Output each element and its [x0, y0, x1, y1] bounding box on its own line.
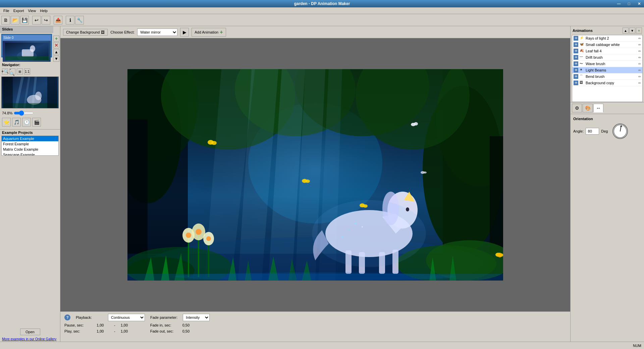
slide-0[interactable]: Slide 0: [1, 34, 52, 57]
anim-eye-light-beams[interactable]: 👁: [574, 68, 578, 72]
video-button[interactable]: 🎬: [32, 118, 41, 127]
favorites-button[interactable]: ⭐: [2, 118, 11, 127]
canvas-area: Change Background 🖼 Choose Effect: Water…: [60, 26, 570, 342]
menu-view[interactable]: View: [26, 8, 38, 13]
anim-eye-rays[interactable]: 👁: [574, 36, 578, 41]
anim-edit-wave[interactable]: ✏: [638, 62, 641, 66]
anim-add-button[interactable]: +: [636, 28, 642, 34]
svg-rect-40: [208, 240, 209, 277]
svg-point-91: [414, 122, 418, 126]
pause-dash: -: [114, 323, 115, 327]
menu-help[interactable]: Help: [38, 8, 50, 13]
animations-label: Animations: [573, 29, 593, 33]
effect-dropdown[interactable]: Water mirror Rain Snow Fire Fog None: [137, 29, 177, 36]
ratio-button[interactable]: 1:1: [24, 68, 30, 74]
anim-eye-leaf[interactable]: 👁: [574, 49, 578, 53]
svg-point-77: [305, 180, 310, 183]
navigator-preview: [1, 77, 59, 108]
add-animation-button[interactable]: Add Animation +: [192, 28, 226, 37]
example-item-aquarium[interactable]: Aquarium Example: [2, 136, 58, 141]
anim-item-leaf[interactable]: 👁 🍂 Leaf fall 4 ✏: [572, 48, 642, 54]
settings-button[interactable]: 🔧: [75, 16, 84, 24]
open-button[interactable]: 📂: [11, 16, 19, 24]
svg-point-73: [341, 236, 343, 238]
fit-button[interactable]: ⊞: [17, 68, 23, 74]
example-item-forest[interactable]: Forest Example: [2, 141, 58, 147]
new-button[interactable]: 🗎: [1, 16, 10, 24]
info-button[interactable]: ℹ: [66, 16, 74, 24]
anim-name-light-beams: Light Beams: [586, 68, 637, 72]
anim-item-wave[interactable]: 👁 〜 Wave brush ✏: [572, 61, 642, 67]
export-button[interactable]: 📤: [54, 16, 62, 24]
undo-button[interactable]: ↩: [32, 16, 41, 24]
zoom-out-button[interactable]: -🔍: [9, 68, 15, 74]
play-from: 1,00: [97, 329, 109, 333]
navigator-section-label: Navigator:: [0, 62, 60, 68]
more-examples-link[interactable]: More examples in our Online Gallery: [0, 337, 60, 342]
anim-edit-cabbage[interactable]: ✏: [638, 43, 641, 47]
playback-label: Playback:: [76, 315, 103, 319]
redo-button[interactable]: ↪: [42, 16, 50, 24]
anim-eye-drift[interactable]: 👁: [574, 55, 578, 60]
anim-name-cabbage: Small cabbage white: [586, 43, 637, 47]
example-list: Aquarium Example Forest Example Matrix C…: [1, 136, 59, 327]
angle-input[interactable]: [586, 128, 599, 135]
fade-dropdown[interactable]: Intensity Opacity: [183, 314, 210, 321]
orientation-title: Orientation: [573, 117, 641, 121]
play-to: 1,00: [121, 329, 133, 333]
menu-file[interactable]: File: [1, 8, 11, 13]
slide-down-button[interactable]: ▼: [53, 56, 59, 62]
anim-eye-bend[interactable]: 👁: [574, 74, 578, 79]
slide-remove-button[interactable]: ✕: [53, 42, 59, 48]
tab-settings[interactable]: ⚙: [572, 104, 582, 112]
anim-item-cabbage[interactable]: 👁 🦋 Small cabbage white ✏: [572, 42, 642, 48]
tab-color[interactable]: 🎨: [583, 104, 593, 112]
maximize-button[interactable]: □: [624, 0, 634, 7]
zoom-slider[interactable]: [14, 111, 34, 115]
anim-icon-cabbage: 🦋: [580, 42, 584, 47]
anim-edit-bend[interactable]: ✏: [638, 75, 641, 79]
minimize-button[interactable]: —: [614, 0, 624, 7]
svg-point-94: [497, 253, 502, 257]
svg-point-72: [362, 226, 363, 228]
clock-button[interactable]: 🕐: [22, 118, 31, 127]
music-button[interactable]: 🎵: [12, 118, 21, 127]
example-item-matrix[interactable]: Matrix Code Example: [2, 147, 58, 152]
angle-label: Angle:: [573, 129, 584, 133]
anim-item-bg-copy[interactable]: 👁 🖼 Background copy ✏: [572, 80, 642, 86]
close-button[interactable]: ✕: [634, 0, 644, 7]
tab-orientation[interactable]: ↔: [593, 104, 603, 112]
svg-point-44: [186, 233, 191, 238]
slide-up-button[interactable]: ▲: [53, 49, 59, 55]
effect-apply-button[interactable]: ▶: [180, 28, 189, 37]
playback-dropdown[interactable]: Continuous Once Ping-pong: [108, 314, 145, 321]
anim-item-light-beams[interactable]: 👁 ☀ Light Beams ✏: [572, 67, 642, 73]
slide-add-button[interactable]: +: [53, 36, 59, 42]
anim-item-drift[interactable]: 👁 〰 Drift brush ✏: [572, 54, 642, 61]
zoom-in-button[interactable]: +🔍: [2, 68, 8, 74]
angle-dial[interactable]: [612, 123, 628, 139]
anim-item-rays[interactable]: 👁 ⚡ Rays of light 2 ✏: [572, 35, 642, 42]
anim-edit-drift[interactable]: ✏: [638, 56, 641, 59]
anim-icon-drift: 〰: [580, 55, 584, 60]
svg-point-93: [423, 171, 427, 173]
anim-edit-leaf[interactable]: ✏: [638, 49, 641, 53]
help-button[interactable]: ?: [64, 314, 70, 320]
menu-export[interactable]: Export: [11, 8, 26, 13]
anim-eye-bg-copy[interactable]: 👁: [574, 81, 578, 85]
anim-item-bend[interactable]: 👁 ⌒ Bend brush ✏: [572, 73, 642, 80]
change-background-button[interactable]: Change Background 🖼: [63, 29, 108, 36]
example-item-seascape[interactable]: Seascape Example: [2, 152, 58, 156]
open-button[interactable]: Open: [20, 329, 40, 335]
anim-eye-wave[interactable]: 👁: [574, 61, 578, 66]
anim-edit-rays[interactable]: ✏: [638, 37, 641, 40]
menubar: File Export View Help: [0, 7, 644, 14]
save-button[interactable]: 💾: [20, 16, 29, 24]
slides-label: Slides: [2, 27, 13, 31]
anim-down-button[interactable]: ▼: [629, 28, 635, 34]
canvas-container[interactable]: [60, 38, 570, 311]
anim-eye-cabbage[interactable]: 👁: [574, 42, 578, 47]
anim-edit-bg-copy[interactable]: ✏: [638, 81, 641, 85]
anim-edit-light-beams[interactable]: ✏: [638, 68, 641, 72]
anim-up-button[interactable]: ▲: [623, 28, 629, 34]
